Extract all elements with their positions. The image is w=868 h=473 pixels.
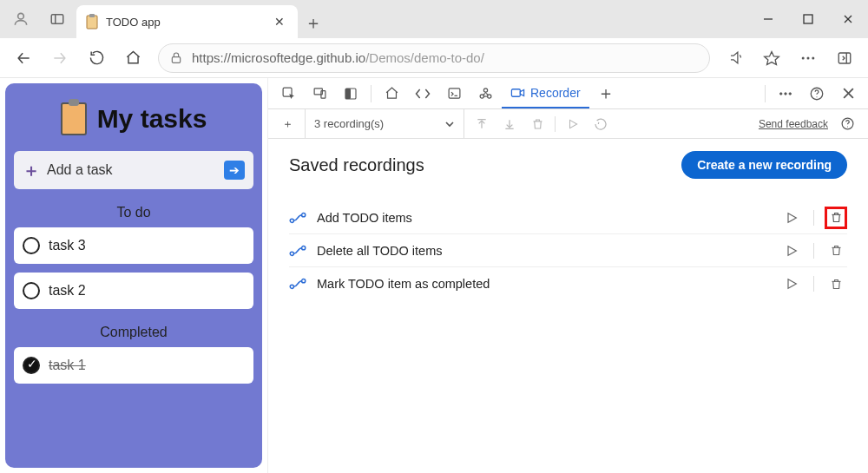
svg-point-29 <box>779 92 782 95</box>
delete-recording-button[interactable] <box>825 240 847 262</box>
window-maximize-button[interactable] <box>788 5 828 33</box>
send-feedback-link[interactable]: Send feedback <box>759 118 828 130</box>
plus-icon: ＋ <box>23 159 40 182</box>
create-recording-button[interactable]: Create a new recording <box>681 151 847 179</box>
clipboard-icon <box>61 102 87 135</box>
console-tab-icon[interactable] <box>439 82 469 106</box>
recorder-tab-label: Recorder <box>530 86 581 100</box>
new-recording-icon[interactable]: ＋ <box>277 112 298 136</box>
add-tab-button[interactable]: ＋ <box>591 82 621 106</box>
tab-actions-icon[interactable] <box>43 5 71 33</box>
more-button[interactable] <box>792 42 825 75</box>
svg-rect-3 <box>87 16 97 29</box>
task-item[interactable]: task 2 <box>14 273 253 309</box>
svg-marker-45 <box>788 213 796 222</box>
profile-icon[interactable] <box>7 5 35 33</box>
delete-recording-button[interactable] <box>825 273 847 295</box>
replay-settings-icon <box>590 112 611 136</box>
window-close-button[interactable] <box>828 5 868 33</box>
recording-name: Delete all TODO items <box>317 244 443 258</box>
flow-icon <box>289 212 306 224</box>
svg-marker-12 <box>765 51 779 64</box>
svg-point-14 <box>807 56 810 59</box>
devtools-panel: Recorder ＋ ＋ 3 recording(s) <box>267 78 868 473</box>
section-todo-label: To do <box>14 205 253 220</box>
recorder-tab[interactable]: Recorder <box>502 79 589 108</box>
recordings-dropdown[interactable]: 3 recording(s) <box>305 109 464 138</box>
site-info-icon[interactable] <box>169 51 183 65</box>
devtools-close-button[interactable] <box>833 82 863 106</box>
svg-marker-40 <box>570 120 577 128</box>
recording-name: Mark TODO item as completed <box>317 277 490 291</box>
task-checkbox-checked[interactable] <box>23 357 40 374</box>
delete-icon <box>527 112 548 136</box>
browser-toolbar: https://microsoftedge.github.io/Demos/de… <box>0 38 868 78</box>
recordings-count-label: 3 recording(s) <box>314 117 384 130</box>
address-url: https://microsoftedge.github.io/Demos/de… <box>192 50 484 65</box>
read-aloud-button[interactable] <box>719 42 752 75</box>
svg-rect-23 <box>449 89 460 98</box>
dock-icon[interactable] <box>336 82 365 106</box>
recorder-subbar: ＋ 3 recording(s) <box>268 109 868 139</box>
svg-rect-11 <box>172 56 180 62</box>
svg-rect-1 <box>51 15 63 24</box>
task-item-completed[interactable]: task 1 <box>14 347 253 384</box>
recording-row[interactable]: Mark TODO item as completed <box>289 267 847 300</box>
svg-point-47 <box>302 246 306 249</box>
svg-rect-28 <box>511 89 520 96</box>
address-bar[interactable]: https://microsoftedge.github.io/Demos/de… <box>158 43 710 73</box>
section-completed-label: Completed <box>14 325 253 340</box>
chevron-down-icon <box>444 119 455 129</box>
refresh-button[interactable] <box>80 42 113 75</box>
subbar-help-button[interactable] <box>835 112 859 136</box>
elements-tab-icon[interactable] <box>408 82 437 106</box>
play-recording-button[interactable] <box>780 273 803 295</box>
svg-point-25 <box>483 89 487 92</box>
svg-point-42 <box>846 126 847 127</box>
play-recording-button[interactable] <box>780 240 803 262</box>
tab-close-button[interactable]: ✕ <box>270 15 289 29</box>
svg-point-0 <box>18 13 24 19</box>
svg-point-31 <box>789 92 792 95</box>
svg-point-50 <box>302 279 306 283</box>
svg-rect-22 <box>345 89 351 99</box>
devtools-help-button[interactable] <box>802 82 832 106</box>
recording-row[interactable]: Add TODO items <box>289 201 847 234</box>
svg-point-49 <box>290 285 293 288</box>
window-minimize-button[interactable] <box>748 5 788 33</box>
delete-recording-button[interactable] <box>825 207 847 229</box>
add-task-placeholder: Add a task <box>47 162 113 178</box>
task-checkbox[interactable] <box>23 282 40 299</box>
svg-point-46 <box>290 252 293 255</box>
task-item[interactable]: task 3 <box>14 227 253 264</box>
app-title: My tasks <box>97 104 207 134</box>
recording-row[interactable]: Delete all TODO items <box>289 234 847 267</box>
svg-marker-48 <box>788 246 796 255</box>
browser-tab[interactable]: TODO app ✕ <box>76 5 298 38</box>
submit-task-button[interactable]: ➔ <box>224 161 245 180</box>
new-tab-button[interactable]: ＋ <box>298 7 329 38</box>
flow-icon <box>289 245 306 257</box>
play-recording-button[interactable] <box>780 207 803 229</box>
play-icon <box>562 112 583 136</box>
svg-point-30 <box>785 92 787 95</box>
forward-button <box>43 42 76 75</box>
devtools-more-button[interactable] <box>771 82 800 106</box>
favorite-button[interactable] <box>755 42 788 75</box>
sources-tab-icon[interactable] <box>470 82 500 106</box>
task-checkbox[interactable] <box>23 237 40 254</box>
task-label: task 2 <box>49 283 86 299</box>
add-task-input[interactable]: ＋ Add a task ➔ <box>14 151 253 189</box>
home-button[interactable] <box>116 42 149 75</box>
tab-favicon <box>85 14 99 30</box>
devtools-tabbar: Recorder ＋ <box>268 78 868 109</box>
svg-point-44 <box>302 213 306 216</box>
recording-name: Add TODO items <box>317 211 412 225</box>
welcome-tab-icon[interactable] <box>377 82 406 106</box>
device-emulation-icon[interactable] <box>305 82 334 106</box>
back-button[interactable] <box>7 42 40 75</box>
task-label: task 1 <box>49 358 86 373</box>
inspect-element-icon[interactable] <box>273 82 303 106</box>
sidebar-toggle-button[interactable] <box>828 42 861 75</box>
svg-rect-4 <box>89 14 95 17</box>
